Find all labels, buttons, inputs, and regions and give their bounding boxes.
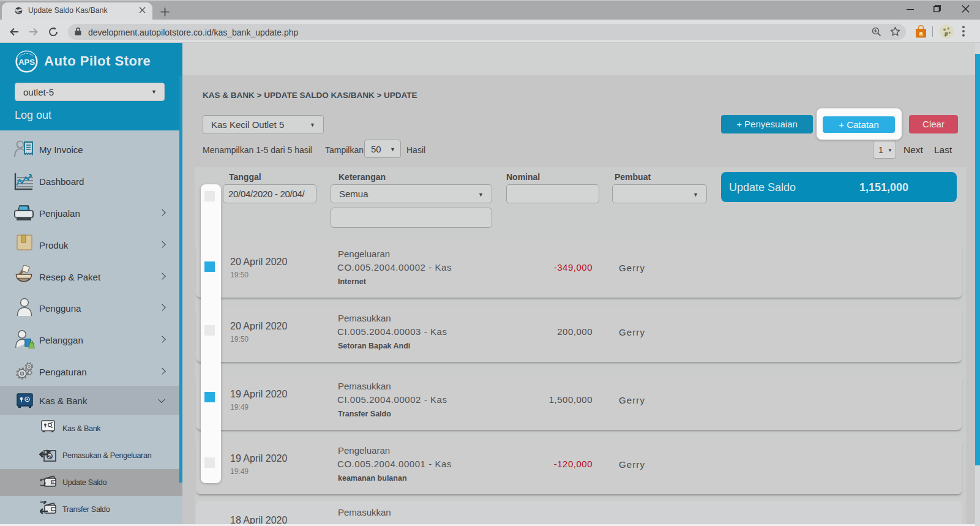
svg-text:APS: APS: [18, 58, 35, 67]
svg-text:a: a: [919, 29, 923, 37]
svg-text:Rp: Rp: [47, 454, 53, 459]
